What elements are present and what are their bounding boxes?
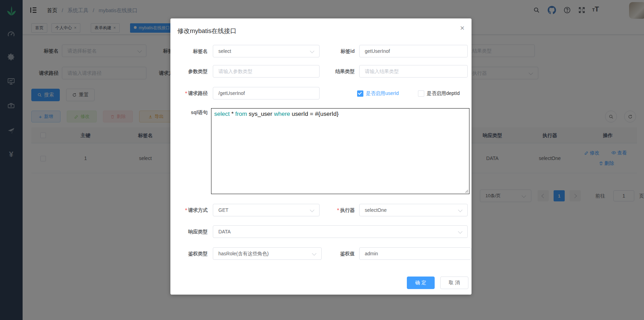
param-type-label: 参数类型 bbox=[170, 65, 208, 78]
auth-value-input[interactable] bbox=[359, 247, 471, 260]
resize-handle-icon[interactable] bbox=[464, 189, 468, 193]
result-type-input[interactable] bbox=[359, 65, 468, 78]
response-type-label: 响应类型 bbox=[170, 225, 208, 238]
app-root: ¥ 首页 / 系统工具 / mybatis在线接口 TT bbox=[0, 0, 644, 320]
auth-value-label: 鉴权值 bbox=[303, 247, 355, 260]
request-method-label: *请求方式 bbox=[170, 204, 208, 216]
enable-userid-checkbox[interactable] bbox=[357, 90, 363, 97]
sql-label: sql语句 bbox=[170, 106, 208, 119]
sql-textarea[interactable]: select * from sys_user where userId = #{… bbox=[211, 108, 469, 194]
close-icon: × bbox=[460, 24, 465, 32]
executor-select[interactable]: selectOne bbox=[359, 204, 468, 216]
enable-deptid-checkbox[interactable] bbox=[418, 90, 424, 97]
tag-id-input[interactable] bbox=[359, 45, 468, 57]
tag-name-label: 标签名 bbox=[170, 45, 208, 57]
cancel-button[interactable]: 取 消 bbox=[440, 277, 468, 289]
chevron-down-icon bbox=[458, 208, 462, 212]
dialog-close-button[interactable]: × bbox=[458, 22, 466, 34]
auth-type-label: 鉴权类型 bbox=[170, 247, 208, 260]
confirm-button[interactable]: 确 定 bbox=[407, 277, 435, 289]
dialog-title: 修改mybatis在线接口 bbox=[177, 27, 236, 35]
chevron-down-icon bbox=[458, 229, 462, 234]
request-path-input[interactable] bbox=[213, 87, 320, 99]
result-type-label: 结果类型 bbox=[303, 65, 355, 78]
response-type-select[interactable]: DATA bbox=[213, 225, 468, 238]
request-path-label: *请求路径 bbox=[170, 87, 208, 99]
enable-deptid-label[interactable]: 是否启用deptId bbox=[427, 87, 460, 99]
edit-dialog: 修改mybatis在线接口 × 标签名 select 标签id 参数类型 结果类… bbox=[170, 18, 472, 295]
executor-label: *执行器 bbox=[303, 204, 355, 216]
tag-id-label: 标签id bbox=[303, 45, 355, 57]
enable-userid-label[interactable]: 是否启用userId bbox=[366, 87, 399, 99]
